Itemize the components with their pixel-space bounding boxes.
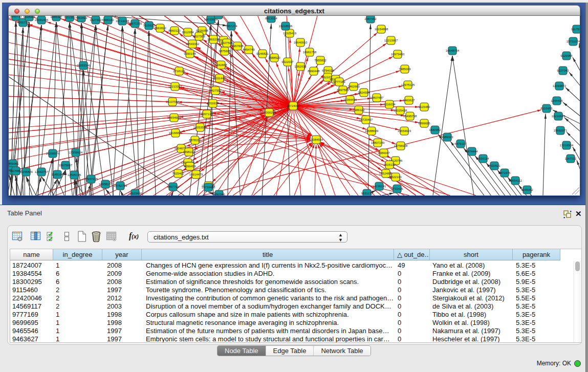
svg-text:1362635: 1362635 [294,65,307,68]
svg-text:1615132: 1615132 [383,163,396,166]
svg-text:15692971: 15692971 [554,129,568,132]
svg-text:8878332: 8878332 [189,139,201,142]
svg-text:6794028: 6794028 [322,69,334,72]
svg-text:9457791: 9457791 [167,185,179,188]
svg-text:8215955: 8215955 [540,107,553,110]
svg-text:12975125: 12975125 [401,83,415,86]
svg-text:1527602: 1527602 [90,18,102,21]
svg-text:17359924: 17359924 [69,151,83,154]
svg-text:7515520: 7515520 [143,24,155,27]
svg-text:7857274: 7857274 [225,25,237,28]
svg-text:1588520: 1588520 [268,56,280,59]
svg-text:2967608: 2967608 [231,45,244,48]
svg-text:10654112: 10654112 [509,179,522,182]
svg-text:16648764: 16648764 [446,49,460,52]
svg-text:1244415: 1244415 [551,99,563,102]
svg-text:9227343: 9227343 [557,69,569,72]
svg-text:9084047: 9084047 [378,151,390,155]
svg-text:2522143: 2522143 [389,176,402,179]
svg-text:1700634: 1700634 [207,102,219,105]
svg-text:17016504: 17016504 [560,144,574,147]
svg-text:1498222: 1498222 [183,150,195,154]
svg-text:15716486: 15716486 [202,186,215,189]
svg-text:7663822: 7663822 [154,27,166,30]
svg-text:9327509: 9327509 [193,35,205,38]
svg-text:10719155: 10719155 [116,19,129,23]
svg-text:10973493: 10973493 [391,53,405,56]
svg-text:9146821: 9146821 [256,52,269,55]
svg-text:12505135: 12505135 [68,173,81,177]
svg-text:16914479: 16914479 [189,173,203,176]
svg-text:11325419: 11325419 [283,32,297,35]
svg-text:9099459: 9099459 [184,165,196,168]
svg-text:16782759: 16782759 [114,184,127,187]
svg-text:12093872: 12093872 [553,84,567,87]
svg-text:19166825: 19166825 [169,132,183,135]
svg-text:10958107: 10958107 [99,183,113,186]
svg-text:15495758: 15495758 [403,115,417,118]
svg-text:10688609: 10688609 [365,129,379,133]
svg-text:6216034: 6216034 [383,103,396,106]
svg-text:7151552: 7151552 [63,16,76,19]
svg-text:2055713: 2055713 [10,16,22,18]
svg-text:16107554: 16107554 [166,100,180,103]
svg-text:20053346: 20053346 [77,64,91,67]
svg-text:12923468: 12923468 [128,192,142,195]
svg-text:10154808: 10154808 [375,28,388,31]
svg-text:3824554: 3824554 [358,91,370,94]
svg-text:18724007: 18724007 [287,104,300,107]
svg-text:19654925: 19654925 [167,116,181,119]
svg-text:18300295: 18300295 [263,111,276,114]
svg-text:7462663: 7462663 [347,85,360,88]
svg-text:10025438: 10025438 [394,109,407,112]
svg-text:9129966: 9129966 [560,54,573,57]
svg-text:8813014: 8813014 [265,17,277,20]
svg-text:14353594: 14353594 [193,126,207,129]
svg-text:12942757: 12942757 [35,170,49,173]
svg-text:1117532: 1117532 [571,28,580,31]
svg-text:13524851: 13524851 [379,172,393,175]
svg-text:5226058: 5226058 [196,29,208,32]
svg-text:16210643: 16210643 [552,115,565,118]
svg-text:1167531: 1167531 [565,157,577,160]
svg-text:1065327: 1065327 [50,16,62,18]
svg-text:6966160: 6966160 [102,18,114,21]
svg-text:9427552: 9427552 [209,89,222,92]
svg-text:2935114: 2935114 [477,157,490,160]
svg-text:3912954: 3912954 [182,31,194,34]
svg-text:6497568: 6497568 [337,89,349,92]
svg-text:4055714: 4055714 [17,21,29,24]
svg-text:8471676: 8471676 [498,171,511,174]
svg-text:16961758: 16961758 [303,51,317,54]
svg-text:18807249: 18807249 [371,141,385,144]
svg-text:16671355: 16671355 [128,22,142,25]
svg-text:10807487: 10807487 [370,96,384,99]
svg-text:9631175: 9631175 [361,192,374,195]
svg-text:19756928: 19756928 [394,144,408,147]
svg-text:6479197: 6479197 [454,142,467,145]
svg-text:7625402: 7625402 [172,172,184,175]
svg-text:20091406: 20091406 [35,18,49,21]
svg-text:21364436: 21364436 [343,98,357,101]
svg-text:7986322: 7986322 [353,108,365,112]
svg-text:14136141: 14136141 [373,185,386,188]
svg-text:17957225: 17957225 [84,178,98,181]
svg-text:15751074: 15751074 [567,40,580,43]
svg-text:9390144: 9390144 [184,52,196,55]
svg-text:19218506: 19218506 [279,25,293,28]
svg-text:9389323: 9389323 [441,136,453,139]
svg-text:15720407: 15720407 [359,118,373,121]
svg-text:20206576: 20206576 [46,152,60,155]
svg-text:19654923: 19654923 [398,129,411,133]
svg-text:9115460: 9115460 [419,105,431,108]
svg-text:9242848: 9242848 [215,63,227,67]
svg-text:9318325: 9318325 [212,16,225,16]
svg-text:8990448: 8990448 [308,70,320,73]
svg-text:9245052: 9245052 [521,188,533,191]
svg-text:2087652: 2087652 [364,17,377,20]
svg-text:1145194: 1145194 [52,173,64,176]
svg-text:3267130: 3267130 [201,113,213,116]
svg-text:7485003: 7485003 [399,68,411,71]
svg-text:9322037: 9322037 [281,60,294,63]
svg-text:9777169: 9777169 [333,80,345,83]
